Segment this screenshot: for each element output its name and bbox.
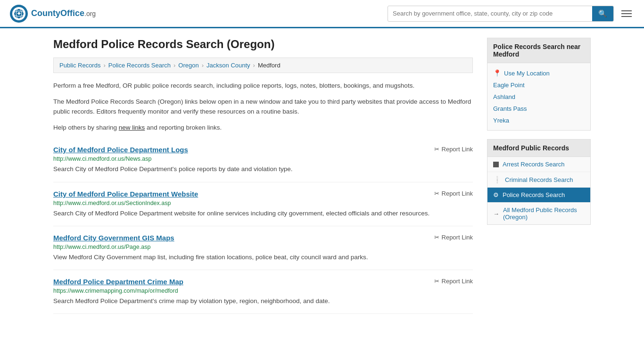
police-records-icon: ⚙	[493, 191, 499, 198]
sidebar: Police Records Search near Medford 📍 Use…	[487, 38, 591, 314]
hamburger-line	[621, 10, 632, 11]
result-url-3[interactable]: https://www.crimemapping.com/map/or/medf…	[53, 288, 473, 294]
criminal-records-icon: ❕	[493, 176, 501, 183]
report-link-button-2[interactable]: ✂ Report Link	[434, 234, 473, 241]
description-para3: Help others by sharing new links and rep…	[53, 123, 473, 133]
sidebar-public-records-title: Medford Public Records	[487, 140, 590, 157]
nearby-place-3[interactable]: Yreka	[493, 115, 585, 126]
police-records-label: Police Records Search	[503, 191, 565, 198]
result-header-0: City of Medford Police Department Logs ✂…	[53, 146, 473, 154]
sidebar-arrest-records-link[interactable]: Arrest Records Search	[487, 157, 590, 172]
breadcrumb-link-public-records[interactable]: Public Records	[59, 62, 100, 69]
result-title-3[interactable]: Medford Police Department Crime Map	[53, 278, 183, 286]
report-link-button-3[interactable]: ✂ Report Link	[434, 278, 473, 285]
arrest-records-label: Arrest Records Search	[503, 161, 565, 168]
use-my-location-link[interactable]: 📍 Use My Location	[493, 67, 585, 79]
sidebar-nearby-section: Police Records Search near Medford 📍 Use…	[487, 38, 591, 131]
location-pin-icon: 📍	[493, 69, 501, 77]
search-input[interactable]	[388, 7, 592, 20]
all-records-label: All Medford Public Records (Oregon)	[503, 206, 585, 221]
sidebar-criminal-records-link[interactable]: ❕ Criminal Records Search	[487, 172, 590, 188]
sidebar-police-records-link[interactable]: ⚙ Police Records Search	[487, 188, 590, 203]
description-para1: Perform a free Medford, OR public police…	[53, 81, 473, 91]
arrow-right-icon: →	[493, 210, 499, 217]
svg-text:✦: ✦	[17, 10, 21, 17]
result-item-0: City of Medford Police Department Logs ✂…	[53, 138, 473, 182]
description-para3-after: and reporting broken links.	[145, 124, 222, 131]
site-header: ✦ CountyOffice.org 🔍	[0, 0, 644, 28]
result-desc-2: View Medford City Government map list, i…	[53, 253, 473, 262]
result-url-2[interactable]: http://www.ci.medford.or.us/Page.asp	[53, 244, 473, 250]
sidebar-nearby-title: Police Records Search near Medford	[487, 38, 590, 63]
report-link-label-1: Report Link	[442, 190, 473, 197]
search-button[interactable]: 🔍	[592, 6, 613, 21]
wrench-icon-3: ✂	[434, 278, 439, 285]
wrench-icon-0: ✂	[434, 146, 439, 153]
report-link-label-0: Report Link	[442, 146, 473, 153]
result-title-1[interactable]: City of Medford Police Department Websit…	[53, 190, 198, 198]
result-url-1[interactable]: http://www.ci.medford.or.us/SectionIndex…	[53, 200, 473, 206]
wrench-icon-2: ✂	[434, 234, 439, 241]
header-right: 🔍	[388, 6, 635, 22]
breadcrumb-separator: ›	[202, 62, 204, 69]
page-title: Medford Police Records Search (Oregon)	[53, 38, 473, 51]
logo-area: ✦ CountyOffice.org	[9, 4, 96, 23]
report-link-button-0[interactable]: ✂ Report Link	[434, 146, 473, 153]
result-url-0[interactable]: http://www.ci.medford.or.us/News.asp	[53, 156, 473, 162]
arrest-records-icon	[493, 162, 499, 167]
result-header-3: Medford Police Department Crime Map ✂ Re…	[53, 278, 473, 286]
use-my-location-label: Use My Location	[504, 70, 550, 77]
breadcrumb-separator: ›	[173, 62, 175, 69]
logo-icon: ✦	[9, 4, 28, 23]
breadcrumb-current: Medford	[258, 62, 281, 69]
result-header-2: Medford City Government GIS Maps ✂ Repor…	[53, 234, 473, 242]
result-desc-3: Search Medford Police Department's crime…	[53, 296, 473, 306]
result-title-0[interactable]: City of Medford Police Department Logs	[53, 146, 188, 154]
logo-text[interactable]: CountyOffice.org	[31, 8, 96, 18]
hamburger-menu-button[interactable]	[619, 8, 635, 20]
description-para2: The Medford Police Records Search (Orego…	[53, 97, 473, 117]
new-links-link[interactable]: new links	[119, 124, 145, 131]
result-header-1: City of Medford Police Department Websit…	[53, 190, 473, 198]
sidebar-all-records-link[interactable]: → All Medford Public Records (Oregon)	[487, 203, 590, 224]
report-link-label-3: Report Link	[442, 278, 473, 285]
breadcrumb: Public Records › Police Records Search ›…	[53, 58, 473, 73]
result-item-1: City of Medford Police Department Websit…	[53, 182, 473, 226]
nearby-place-1[interactable]: Ashland	[493, 91, 585, 103]
report-link-label-2: Report Link	[442, 234, 473, 241]
breadcrumb-link-oregon[interactable]: Oregon	[178, 62, 198, 69]
sidebar-nearby-body: 📍 Use My Location Eagle Point Ashland Gr…	[487, 63, 590, 130]
sidebar-public-records-section: Medford Public Records Arrest Records Se…	[487, 139, 591, 225]
main-container: Medford Police Records Search (Oregon) P…	[44, 28, 600, 323]
result-desc-0: Search City of Medford Police Department…	[53, 165, 473, 174]
nearby-place-0[interactable]: Eagle Point	[493, 79, 585, 91]
result-item-3: Medford Police Department Crime Map ✂ Re…	[53, 270, 473, 314]
hamburger-line	[621, 13, 632, 14]
breadcrumb-separator: ›	[103, 62, 105, 69]
results-list: City of Medford Police Department Logs ✂…	[53, 138, 473, 314]
report-link-button-1[interactable]: ✂ Report Link	[434, 190, 473, 197]
wrench-icon-1: ✂	[434, 190, 439, 197]
hamburger-line	[621, 16, 632, 17]
left-content: Medford Police Records Search (Oregon) P…	[53, 38, 473, 314]
result-title-2[interactable]: Medford City Government GIS Maps	[53, 234, 174, 242]
result-item-2: Medford City Government GIS Maps ✂ Repor…	[53, 226, 473, 270]
nearby-place-2[interactable]: Grants Pass	[493, 103, 585, 115]
breadcrumb-link-police-records[interactable]: Police Records Search	[108, 62, 171, 69]
search-bar: 🔍	[388, 6, 614, 22]
result-desc-1: Search City of Medford Police Department…	[53, 209, 473, 218]
description-para3-before: Help others by sharing	[53, 124, 119, 131]
breadcrumb-link-jackson-county[interactable]: Jackson County	[206, 62, 250, 69]
criminal-records-label: Criminal Records Search	[505, 176, 573, 183]
breadcrumb-separator: ›	[253, 62, 255, 69]
